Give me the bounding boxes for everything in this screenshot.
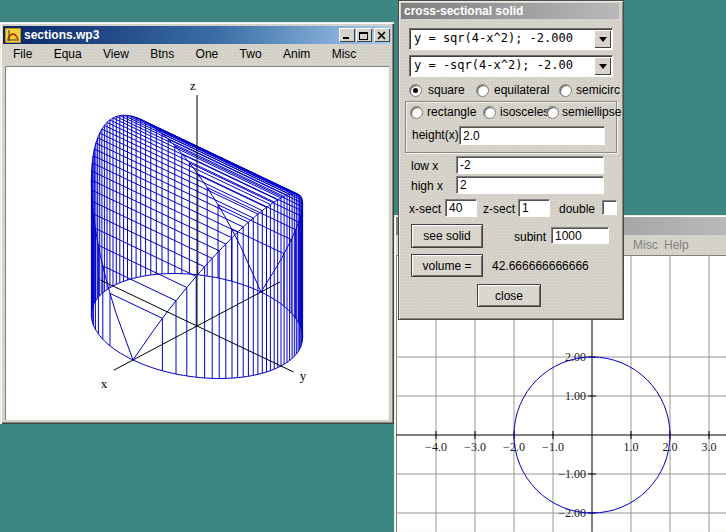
menu-item-equa[interactable]: Equa [45, 44, 91, 64]
equation-1-text: y = sqr(4-x^2); -2.000 [414, 31, 573, 45]
svg-text:−2.00: −2.00 [558, 506, 586, 520]
high-x-label: high x [411, 179, 443, 193]
low-x-input[interactable] [456, 156, 604, 174]
menu-item-help[interactable]: Help [655, 235, 698, 255]
dropdown-button-1[interactable] [594, 30, 611, 48]
dialog-title: cross-sectional solid [404, 4, 523, 18]
height-label: height(x) [412, 128, 459, 142]
close-button[interactable] [374, 28, 390, 42]
svg-text:2.00: 2.00 [565, 350, 586, 364]
volume-value: 42.666666666666 [492, 259, 589, 273]
radio-semicirc[interactable] [559, 84, 572, 97]
equation-dropdown-1[interactable]: y = sqr(4-x^2); -2.000 [409, 28, 613, 50]
svg-text:1.0: 1.0 [624, 440, 639, 454]
z-sect-input[interactable] [518, 199, 550, 217]
cross-sectional-solid-dialog: cross-sectional solid y = sqr(4-x^2); -2… [398, 0, 624, 320]
radio-square-label: square [428, 83, 465, 97]
svg-text:1.00: 1.00 [565, 389, 586, 403]
equation-2-text: y = -sqr(4-x^2); -2.00 [414, 58, 573, 72]
radio-isosceles-label: isosceles [500, 105, 549, 119]
subint-input[interactable] [551, 227, 609, 244]
double-label: double [559, 202, 595, 216]
x-sect-label: x-sect [409, 202, 441, 216]
chevron-down-icon [599, 37, 607, 42]
svg-text:−3.0: −3.0 [464, 440, 486, 454]
wireframe-solid-plot: zxy [5, 66, 389, 420]
high-x-input[interactable] [456, 176, 604, 194]
svg-text:z: z [190, 78, 196, 93]
svg-text:−1.00: −1.00 [558, 467, 586, 481]
volume-button[interactable]: volume = [411, 254, 483, 277]
window-title: sections.wp3 [24, 28, 99, 42]
low-x-label: low x [411, 159, 438, 173]
main-titlebar[interactable]: sections.wp3 [3, 26, 391, 44]
x-sect-input[interactable] [445, 199, 477, 217]
svg-text:−4.0: −4.0 [425, 440, 447, 454]
dialog-titlebar[interactable]: cross-sectional solid [401, 3, 619, 19]
menu-item-one[interactable]: One [187, 44, 228, 64]
main-window: sections.wp3 File Equa View Btns One Two… [0, 22, 394, 424]
plot3d-client: zxy [5, 66, 389, 420]
desktop: Misc Help −4.0−3.0−2.0−1.01.02.03.02.001… [0, 0, 726, 532]
equation-dropdown-2[interactable]: y = -sqr(4-x^2); -2.00 [409, 55, 613, 77]
subint-label: subint [514, 230, 546, 244]
menu-item-anim[interactable]: Anim [274, 44, 319, 64]
chevron-down-icon [599, 64, 607, 69]
radio-semicirc-label: semicirc [576, 83, 620, 97]
menu-item-misc[interactable]: Misc [323, 44, 366, 64]
maximize-button[interactable] [356, 28, 372, 42]
window-icon [5, 28, 21, 43]
menu-item-two[interactable]: Two [231, 44, 271, 64]
radio-rectangle-label: rectangle [427, 105, 476, 119]
menu-item-file[interactable]: File [4, 44, 41, 64]
minimize-button[interactable] [339, 28, 355, 42]
radio-square[interactable] [409, 84, 422, 97]
radio-isosceles[interactable] [483, 106, 496, 119]
menu-item-view[interactable]: View [94, 44, 138, 64]
height-input[interactable] [459, 126, 605, 145]
menu-item-btns[interactable]: Btns [141, 44, 183, 64]
see-solid-button[interactable]: see solid [411, 224, 483, 248]
dialog-close-button[interactable]: close [477, 284, 541, 307]
main-menubar: File Equa View Btns One Two Anim Misc He… [3, 44, 392, 64]
svg-text:3.0: 3.0 [702, 440, 717, 454]
svg-text:−1.0: −1.0 [542, 440, 564, 454]
svg-text:x: x [101, 376, 108, 391]
double-checkbox[interactable] [602, 200, 617, 215]
dropdown-button-2[interactable] [594, 57, 611, 75]
radio-equilateral-label: equilateral [494, 83, 549, 97]
z-sect-label: z-sect [483, 202, 515, 216]
radio-semiellipse-label: semiellipse [562, 105, 621, 119]
radio-semiellipse[interactable] [546, 106, 559, 119]
svg-text:y: y [300, 368, 307, 383]
radio-equilateral[interactable] [476, 84, 489, 97]
radio-rectangle[interactable] [410, 106, 423, 119]
